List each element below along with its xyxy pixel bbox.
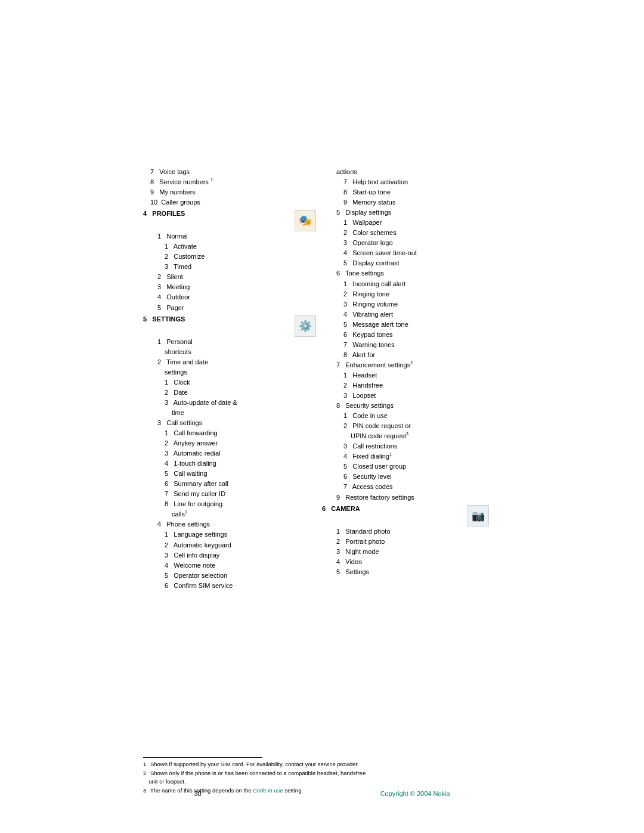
list-item: 2 Date	[143, 388, 316, 398]
footnote-num: 1	[143, 760, 148, 769]
list-item: 1 Headset	[322, 370, 489, 380]
footnote-text: unit or loopset.	[148, 778, 185, 786]
list-item: 7 Warning tones	[322, 340, 489, 350]
list-item: 3 Call settings	[143, 418, 316, 428]
footnote-1: 1 Shown if supported by your SIM card. F…	[143, 760, 501, 769]
list-item: 4 1-touch dialing	[143, 459, 316, 469]
footnote-text: Shown if supported by your SIM card. For…	[150, 760, 359, 769]
list-item: 2 Ringing tone	[322, 289, 489, 299]
list-item: calls1	[143, 509, 316, 519]
list-item: 3 Operator logo	[322, 238, 489, 248]
list-item: 1 Language settings	[143, 529, 316, 540]
list-item: UPIN code request3	[322, 431, 489, 441]
footnote-num	[143, 778, 146, 786]
content-area: 7 Voice tags 8 Service numbers 1 9 My nu…	[143, 167, 501, 591]
list-item: 10 Caller groups	[143, 197, 316, 208]
section-6-header: 6 CAMERA 📷	[322, 505, 489, 527]
section-6-num: 6	[322, 505, 331, 512]
footnote-divider	[143, 757, 262, 758]
list-item: actions	[322, 167, 489, 177]
list-item: 7 Send my caller ID	[143, 489, 316, 499]
list-item: 5 Settings	[322, 567, 489, 577]
list-item: 1 Standard photo	[322, 527, 489, 537]
section-5-header: 5 SETTINGS ⚙️	[143, 315, 316, 337]
list-item: 6 Security level	[322, 472, 489, 482]
list-item: 8 Alert for	[322, 350, 489, 360]
list-item: 2 PIN code request or	[322, 421, 489, 431]
list-item: 5 Operator selection	[143, 571, 316, 581]
page-footer: 30 Copyright © 2004 Nokia	[0, 790, 644, 797]
list-item: 3 Meeting	[143, 282, 316, 292]
list-item: 5 Display contrast	[322, 258, 489, 268]
list-item: 2 Automatic keyguard	[143, 540, 316, 550]
list-item: 2 Portrait photo	[322, 537, 489, 547]
list-item: time	[143, 408, 316, 418]
list-item: 2 Anykey answer	[143, 438, 316, 448]
list-item: 2 Customize	[143, 252, 316, 262]
list-item: 5 Display settings	[322, 208, 489, 218]
footnote-2b: unit or loopset.	[143, 778, 501, 786]
list-item: 1 Personal	[143, 337, 316, 347]
list-item: 1 Clock	[143, 377, 316, 388]
list-item: 4 Video	[322, 557, 489, 567]
footnote-text: Shown only if the phone is or has been c…	[150, 769, 366, 778]
section-6-text: 6 CAMERA	[322, 505, 463, 512]
list-item: 1 Activate	[143, 241, 316, 252]
section-4-text: 4 PROFILES	[143, 210, 290, 217]
settings-icon: ⚙️	[295, 315, 316, 337]
list-item: 3 Ringing volume	[322, 299, 489, 309]
list-item: 5 Closed user group	[322, 462, 489, 472]
list-item: 8 Service numbers 1	[143, 177, 316, 187]
section-4-label: PROFILES	[152, 210, 185, 217]
section-5-label: SETTINGS	[152, 315, 185, 323]
list-item: 2 Handsfree	[322, 380, 489, 391]
list-item: 1 Code in use	[322, 411, 489, 421]
right-column: actions 7 Help text activation 8 Start-u…	[316, 167, 489, 591]
list-item: 5 Call waiting	[143, 469, 316, 479]
list-item: settings	[143, 367, 316, 377]
list-item: 1 Incoming call alert	[322, 279, 489, 289]
left-column: 7 Voice tags 8 Service numbers 1 9 My nu…	[143, 167, 316, 591]
list-item: 4 Welcome note	[143, 561, 316, 571]
camera-icon: 📷	[467, 505, 489, 527]
list-item: 7 Voice tags	[143, 167, 316, 177]
two-column-layout: 7 Voice tags 8 Service numbers 1 9 My nu…	[143, 167, 501, 591]
list-item: 9 Restore factory settings	[322, 493, 489, 503]
list-item: 4 Fixed dialing1	[322, 451, 489, 462]
list-item: 3 Auto-update of date &	[143, 398, 316, 408]
page: 7 Voice tags 8 Service numbers 1 9 My nu…	[0, 0, 644, 833]
list-item: shortcuts	[143, 347, 316, 357]
list-item: 7 Access codes	[322, 482, 489, 492]
page-number: 30	[194, 790, 201, 797]
list-item: 3 Call restrictions	[322, 441, 489, 451]
profiles-icon: 🎭	[295, 210, 316, 231]
list-item: 3 Loopset	[322, 391, 489, 401]
section-5-num: 5	[143, 315, 152, 323]
list-item: 8 Security settings	[322, 401, 489, 411]
list-item: 5 Pager	[143, 303, 316, 313]
section-6-label: CAMERA	[331, 505, 360, 512]
list-item: 6 Keypad tones	[322, 330, 489, 340]
list-item: 9 My numbers	[143, 187, 316, 197]
list-item: 8 Line for outgoing	[143, 499, 316, 509]
list-item: 4 Phone settings	[143, 519, 316, 529]
list-item: 1 Normal	[143, 231, 316, 241]
section-4-header: 4 PROFILES 🎭	[143, 210, 316, 231]
list-item: 5 Message alert tone	[322, 320, 489, 330]
section-5-text: 5 SETTINGS	[143, 315, 290, 323]
list-item: 1 Call forwarding	[143, 428, 316, 438]
section-4-num: 4	[143, 210, 152, 217]
list-item: 3 Cell info display	[143, 550, 316, 561]
list-item: 3 Timed	[143, 262, 316, 272]
list-item: 3 Night mode	[322, 547, 489, 557]
list-item: 8 Start-up tone	[322, 187, 489, 197]
list-item: 2 Time and date	[143, 357, 316, 367]
footnote-2: 2 Shown only if the phone is or has been…	[143, 769, 501, 778]
copyright-text: Copyright © 2004 Nokia	[380, 790, 450, 797]
list-item: 6 Tone settings	[322, 268, 489, 278]
list-item: 6 Confirm SIM service	[143, 581, 316, 591]
list-item: 3 Automatic redial	[143, 448, 316, 459]
list-item: 9 Memory status	[322, 197, 489, 208]
list-item: 2 Silent	[143, 272, 316, 282]
list-item: 1 Wallpaper	[322, 218, 489, 228]
